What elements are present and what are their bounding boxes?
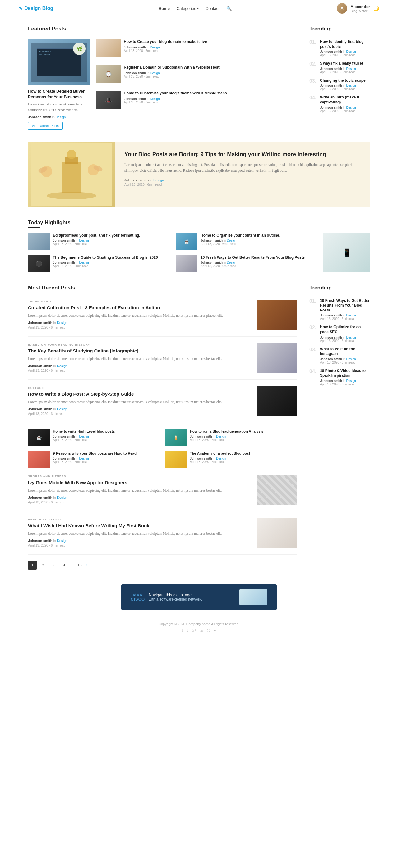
highlight-title-3[interactable]: 10 Fresh Ways to Get Better Results From…: [201, 255, 305, 260]
featured-main-image: WORKHEREBROTHERS 🌿: [28, 39, 90, 85]
recent-post-image-2: [257, 386, 297, 416]
trending-top-content-3: Write an intro (make it captivating). Jo…: [320, 95, 370, 113]
trending-bottom-post-title-2[interactable]: What to Post on the Instagram: [320, 347, 370, 356]
trending-bottom-title: Trending: [309, 285, 370, 291]
featured-right-title-1[interactable]: Register a Domain or Subdomain With a We…: [124, 65, 220, 70]
page-2[interactable]: 2: [38, 561, 47, 569]
small-post-content-2: 9 Reasons why your Blog posts are Hard t…: [53, 451, 137, 464]
all-featured-posts-button[interactable]: All Featured Posts: [28, 122, 63, 129]
highlight-content-3: 10 Fresh Ways to Get Better Results From…: [201, 255, 305, 268]
recent-post-1: BASED ON YOUR READING HISTORY The Key Be…: [28, 343, 297, 380]
featured-right-meta-1: Johnson smith in Design: [124, 71, 220, 75]
trending-bottom-content-3: 18 Photo & Video Ideas to Spark Inspirat…: [320, 369, 370, 386]
site-footer: Copyright © 2020 Company name All rights…: [0, 616, 398, 639]
nav-contact[interactable]: Contact: [205, 6, 220, 11]
social-other[interactable]: ●: [214, 628, 216, 633]
trending-bottom-post-title-3[interactable]: 18 Photo & Video Ideas to Spark Inspirat…: [320, 369, 370, 378]
recent-post-title-1[interactable]: The Key Benefits of Studying Online [Inf…: [28, 348, 252, 354]
recent-post-title-3[interactable]: Ivy Goes Mobile With New App for Designe…: [28, 479, 252, 486]
small-post-title-0[interactable]: Home to write High-Level blog posts: [53, 429, 115, 434]
trending-bottom-post-title-0[interactable]: 10 Fresh Ways to Get Better Results From…: [320, 299, 370, 313]
recent-post-text-3: Lorem ipsum dolor sit amet consectetur a…: [28, 488, 252, 493]
page-3[interactable]: 3: [49, 561, 58, 569]
highlights-underline: [28, 227, 40, 228]
banner-author-name: Johnson smith: [124, 178, 149, 182]
trending-top-content-0: How to Identify first blog post's topic …: [320, 39, 370, 57]
featured-main-author: Johnson smith in Design: [28, 115, 90, 119]
nav-home[interactable]: Home: [159, 6, 170, 11]
trending-top-item-2: 03. Changing the topic scope Johnson smi…: [309, 78, 370, 91]
highlight-title-0[interactable]: Edit/proofread your post, and fix your f…: [53, 233, 140, 238]
trending-bottom-num-1: 02.: [309, 325, 317, 331]
highlight-item-1: ⚫ The Beginner's Guide to Starting a Suc…: [28, 255, 171, 272]
banner-content: Your Blog Posts are Boring: 9 Tips for M…: [115, 142, 370, 207]
ad-left: ≋≋≋ cisco Navigate this digital age with…: [131, 593, 202, 601]
site-header: ✎ Design Blog Home Categories ▾ Contact …: [0, 0, 398, 17]
highlight-title-1[interactable]: The Beginner's Guide to Starting a Succe…: [53, 255, 158, 260]
recent-post-content-3: SPORTS AND FITNESS Ivy Goes Mobile With …: [28, 474, 252, 505]
small-post-title-2[interactable]: 9 Reasons why your Blog posts are Hard t…: [53, 451, 137, 456]
logo[interactable]: ✎ Design Blog: [19, 6, 53, 11]
page-next-icon[interactable]: ›: [86, 562, 87, 568]
highlight-content-1: The Beginner's Guide to Starting a Succe…: [53, 255, 158, 268]
recent-post-content-0: TECHNOLOGY Curated Collection Post : 8 E…: [28, 300, 252, 330]
trending-bottom-post-title-1[interactable]: How to Optimize for on-page SEO.: [320, 325, 370, 335]
small-post-title-3[interactable]: The Anatomy of a perfect Blog post: [190, 451, 250, 456]
social-twitter[interactable]: t: [187, 628, 188, 633]
featured-main-title[interactable]: How to Create Detailed Buyer Personas fo…: [28, 89, 90, 100]
small-post-3: The Anatomy of a perfect Blog post Johns…: [165, 451, 297, 468]
pagination: 1 2 3 4 ... 15 ›: [28, 561, 297, 569]
social-facebook[interactable]: f: [182, 628, 183, 633]
highlights-col-right: 📱: [323, 233, 370, 272]
trending-top-item-3: 04. Write an intro (make it captivating)…: [309, 95, 370, 113]
footer-social: f t G+ in ◎ ●: [6, 628, 392, 633]
featured-main-author-name: Johnson smith: [28, 115, 51, 119]
small-post-title-1[interactable]: How to run a Blog lead generation Analys…: [190, 429, 264, 434]
highlight-content-0: Edit/proofread your post, and fix your f…: [53, 233, 140, 246]
recent-post-2: CULTURE How to Write a Blog Post: A Step…: [28, 386, 297, 423]
small-post-thumb-2: [28, 451, 50, 468]
recent-post-text-4: Lorem ipsum dolor sit amet consectetur a…: [28, 531, 252, 536]
recent-post-title-4[interactable]: What I Wish I Had Known Before Writing M…: [28, 523, 252, 529]
trending-top-post-title-1[interactable]: 5 ways fix a leaky faucet: [320, 61, 363, 66]
recent-post-3: SPORTS AND FITNESS Ivy Goes Mobile With …: [28, 474, 297, 512]
banner-illustration: [31, 144, 112, 206]
avatar: A: [337, 3, 347, 14]
page-1[interactable]: 1: [28, 561, 37, 569]
page-4[interactable]: 4: [60, 561, 68, 569]
trending-bottom-item-1: 02. How to Optimize for on-page SEO. Joh…: [309, 325, 370, 342]
social-linkedin[interactable]: in: [200, 628, 203, 633]
most-recent-underline: [28, 292, 40, 293]
ad-banner[interactable]: ≋≋≋ cisco Navigate this digital age with…: [121, 585, 277, 610]
banner-title[interactable]: Your Blog Posts are Boring: 9 Tips for M…: [124, 151, 361, 158]
highlight-thumb-3: [176, 255, 197, 272]
trending-bottom-underline: [309, 292, 321, 293]
trending-bottom: Trending 01. 10 Fresh Ways to Get Better…: [309, 285, 370, 569]
featured-right-item-1: ⌚ Register a Domain or Subdomain With a …: [96, 65, 300, 87]
trending-top-post-title-2[interactable]: Changing the topic scope: [320, 78, 366, 83]
nav-categories[interactable]: Categories ▾: [177, 6, 199, 11]
recent-post-content-2: CULTURE How to Write a Blog Post: A Step…: [28, 386, 252, 416]
featured-right-content-1: Register a Domain or Subdomain With a We…: [124, 65, 220, 78]
recent-category-tag-0: TECHNOLOGY: [28, 300, 252, 303]
dark-mode-icon[interactable]: 🌙: [373, 6, 379, 11]
trending-top-content-1: 5 ways fix a leaky faucet Johnson smith …: [320, 61, 363, 74]
trending-top-title: Trending: [309, 26, 370, 32]
featured-right-title-0[interactable]: How to Create your blog domain to make i…: [124, 39, 207, 44]
search-icon[interactable]: 🔍: [226, 6, 232, 11]
social-instagram[interactable]: ◎: [207, 628, 210, 633]
recent-post-title-2[interactable]: How to Write a Blog Post: A Step-by-Step…: [28, 391, 252, 397]
trending-bottom-item-3: 04. 18 Photo & Video Ideas to Spark Insp…: [309, 369, 370, 386]
highlights-section: Today Highlights Edit/proofread your pos…: [28, 220, 370, 272]
banner-text: Lorem ipsum dolor sit amet consectetur a…: [124, 162, 361, 174]
ad-line2: with a software-defined network.: [149, 597, 202, 601]
highlight-title-2[interactable]: Home to Organize your content in an outl…: [201, 233, 280, 238]
cisco-brand-name: cisco: [131, 597, 145, 601]
page-15[interactable]: 15: [75, 561, 84, 569]
recent-post-title-0[interactable]: Curated Collection Post : 8 Examples of …: [28, 305, 252, 311]
social-google-plus[interactable]: G+: [192, 628, 197, 633]
featured-right-title-2[interactable]: Home to Customize your blog's theme with…: [124, 91, 227, 96]
trending-top-post-title-3[interactable]: Write an intro (make it captivating).: [320, 95, 370, 105]
recent-post-content-1: BASED ON YOUR READING HISTORY The Key Be…: [28, 343, 252, 373]
trending-top-post-title-0[interactable]: How to Identify first blog post's topic: [320, 39, 370, 49]
